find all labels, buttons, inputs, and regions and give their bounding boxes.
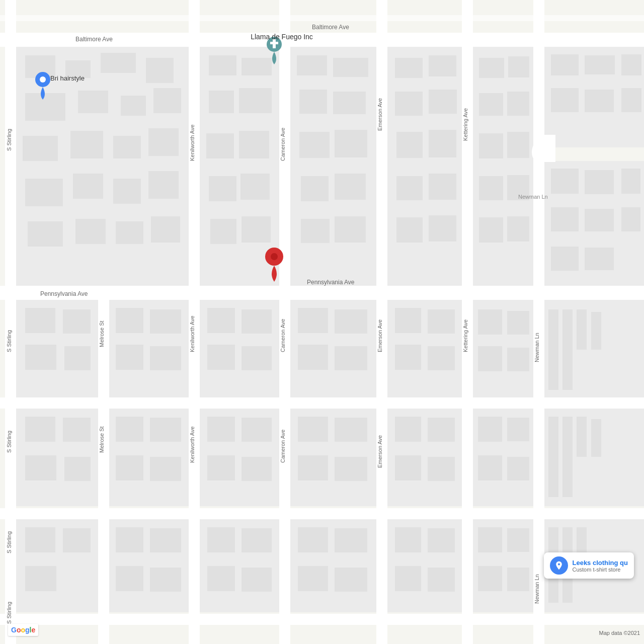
svg-rect-82 [621, 54, 641, 75]
svg-rect-142 [335, 309, 367, 334]
svg-rect-67 [429, 215, 456, 242]
svg-rect-116 [116, 417, 143, 442]
svg-rect-84 [585, 90, 614, 112]
svg-rect-127 [242, 309, 272, 334]
svg-rect-113 [116, 345, 143, 370]
svg-rect-169 [428, 568, 455, 592]
svg-rect-51 [299, 132, 330, 158]
svg-rect-41 [239, 131, 269, 158]
svg-rect-103 [63, 418, 91, 442]
svg-rect-196 [507, 528, 529, 552]
svg-rect-119 [150, 457, 181, 481]
svg-rect-147 [335, 418, 367, 442]
svg-rect-189 [507, 457, 529, 480]
svg-rect-38 [209, 91, 234, 113]
svg-rect-69 [479, 58, 504, 78]
svg-rect-12 [533, 0, 544, 644]
svg-rect-99 [25, 345, 56, 370]
svg-text:S Stirling: S Stirling [6, 431, 12, 453]
svg-rect-168 [395, 566, 421, 591]
svg-rect-61 [429, 90, 457, 114]
map-attribution: Map data ©2021 [599, 630, 640, 636]
svg-rect-178 [577, 309, 587, 350]
svg-rect-174 [507, 348, 529, 371]
svg-rect-117 [150, 418, 181, 442]
svg-rect-52 [335, 130, 367, 157]
svg-rect-107 [25, 527, 55, 552]
svg-rect-42 [209, 176, 236, 201]
svg-rect-62 [396, 132, 423, 158]
svg-rect-26 [148, 128, 179, 156]
svg-rect-44 [210, 219, 236, 244]
svg-text:Emerson Ave: Emerson Ave [377, 319, 383, 352]
svg-rect-166 [395, 527, 421, 552]
svg-rect-24 [70, 131, 103, 158]
svg-text:Cameron Ave: Cameron Ave [280, 319, 286, 352]
svg-rect-179 [591, 312, 601, 350]
svg-rect-129 [242, 346, 272, 370]
svg-rect-122 [150, 528, 181, 552]
svg-rect-72 [507, 92, 529, 116]
svg-rect-167 [428, 528, 455, 552]
svg-rect-118 [116, 455, 143, 480]
svg-text:Newman Ln: Newman Ln [518, 194, 548, 200]
svg-rect-131 [207, 417, 235, 442]
svg-rect-87 [551, 169, 579, 194]
svg-text:Bri hairstyle: Bri hairstyle [50, 74, 85, 82]
svg-rect-64 [396, 176, 423, 200]
google-logo: Google [8, 624, 38, 636]
svg-rect-151 [298, 527, 328, 552]
svg-rect-85 [621, 88, 641, 112]
svg-rect-164 [428, 457, 455, 481]
svg-rect-66 [396, 217, 423, 243]
svg-rect-162 [428, 418, 455, 442]
svg-rect-19 [25, 93, 65, 121]
svg-rect-33 [116, 221, 143, 244]
svg-text:Baltimore Ave: Baltimore Ave [312, 24, 349, 31]
svg-rect-161 [395, 417, 421, 442]
svg-text:S Stirling: S Stirling [6, 531, 12, 553]
svg-text:Kenilworth Ave: Kenilworth Ave [189, 124, 195, 161]
svg-rect-78 [507, 216, 529, 242]
store-type: Custom t-shirt store [572, 567, 628, 573]
svg-rect-30 [148, 171, 179, 199]
svg-text:Kenilworth Ave: Kenilworth Ave [189, 426, 195, 463]
svg-rect-22 [153, 88, 181, 113]
svg-text:Newman Ln: Newman Ln [534, 574, 540, 604]
svg-rect-28 [73, 174, 103, 199]
svg-rect-80 [551, 54, 579, 75]
svg-text:Cameron Ave: Cameron Ave [280, 430, 286, 463]
svg-rect-89 [621, 169, 640, 194]
svg-rect-65 [429, 174, 456, 200]
svg-rect-156 [395, 308, 421, 333]
svg-rect-158 [395, 345, 421, 370]
store-name: Leeks clothing qu [572, 559, 628, 567]
svg-rect-36 [209, 55, 236, 75]
svg-text:Pennsylvania Ave: Pennsylvania Ave [307, 279, 355, 286]
svg-rect-4 [0, 508, 644, 519]
svg-rect-154 [335, 568, 367, 592]
svg-rect-43 [240, 174, 270, 200]
svg-rect-56 [335, 216, 366, 243]
svg-rect-132 [242, 418, 272, 442]
svg-rect-29 [113, 179, 141, 204]
svg-rect-39 [239, 88, 272, 113]
svg-rect-32 [75, 219, 106, 244]
svg-rect-141 [298, 308, 328, 333]
svg-rect-121 [116, 527, 143, 552]
svg-rect-182 [562, 417, 573, 497]
svg-rect-109 [25, 566, 56, 591]
svg-rect-53 [301, 176, 329, 201]
svg-rect-93 [551, 247, 579, 271]
svg-rect-68 [473, 47, 533, 286]
svg-rect-13 [0, 15, 644, 21]
store-popup[interactable]: Leeks clothing qu Custom t-shirt store [544, 552, 634, 579]
svg-rect-134 [242, 457, 272, 481]
svg-rect-83 [551, 88, 579, 112]
svg-rect-144 [335, 346, 367, 370]
svg-rect-97 [25, 308, 55, 333]
svg-rect-138 [207, 566, 235, 591]
svg-rect-59 [429, 55, 456, 76]
svg-rect-31 [28, 221, 63, 247]
svg-text:Newman Ln: Newman Ln [534, 333, 540, 362]
